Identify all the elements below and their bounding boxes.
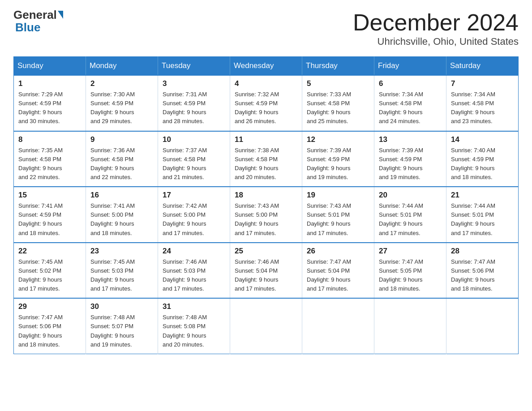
sunset-label: Sunset: 5:02 PM <box>18 267 61 274</box>
daylight-label: Daylight: 9 hours <box>307 276 351 283</box>
calendar-cell: 26 Sunrise: 7:47 AM Sunset: 5:04 PM Dayl… <box>302 243 374 299</box>
sunrise-label: Sunrise: 7:42 AM <box>163 202 207 209</box>
sunrise-label: Sunrise: 7:43 AM <box>307 202 351 209</box>
daylight-label: Daylight: 9 hours <box>90 165 134 171</box>
sunset-label: Sunset: 4:59 PM <box>451 156 494 163</box>
day-info: Sunrise: 7:47 AM Sunset: 5:05 PM Dayligh… <box>379 257 442 294</box>
calendar-cell: 23 Sunrise: 7:45 AM Sunset: 5:03 PM Dayl… <box>86 243 158 299</box>
weekday-header-thursday: Thursday <box>302 57 374 76</box>
sunrise-label: Sunrise: 7:46 AM <box>163 258 207 265</box>
day-info: Sunrise: 7:42 AM Sunset: 5:00 PM Dayligh… <box>163 201 225 238</box>
day-number: 22 <box>18 247 81 256</box>
daylight-minutes: and 22 minutes. <box>18 174 60 180</box>
sunset-label: Sunset: 5:00 PM <box>235 211 278 218</box>
calendar-cell: 7 Sunrise: 7:34 AM Sunset: 4:58 PM Dayli… <box>446 75 519 131</box>
month-title: December 2024 <box>353 9 519 36</box>
sunrise-label: Sunrise: 7:45 AM <box>18 258 63 265</box>
daylight-label: Daylight: 9 hours <box>235 220 279 227</box>
day-info: Sunrise: 7:31 AM Sunset: 4:59 PM Dayligh… <box>163 90 225 126</box>
weekday-header-tuesday: Tuesday <box>158 57 230 76</box>
day-info: Sunrise: 7:47 AM Sunset: 5:06 PM Dayligh… <box>18 313 81 349</box>
daylight-minutes: and 29 minutes. <box>90 118 132 124</box>
sunset-label: Sunset: 4:59 PM <box>18 100 61 107</box>
day-number: 15 <box>18 191 81 200</box>
day-info: Sunrise: 7:35 AM Sunset: 4:58 PM Dayligh… <box>18 146 81 182</box>
calendar-week-row: 15 Sunrise: 7:41 AM Sunset: 4:59 PM Dayl… <box>14 187 519 243</box>
daylight-label: Daylight: 9 hours <box>18 332 62 339</box>
daylight-minutes: and 25 minutes. <box>307 118 348 124</box>
day-number: 23 <box>90 247 153 256</box>
calendar-week-row: 8 Sunrise: 7:35 AM Sunset: 4:58 PM Dayli… <box>14 131 519 187</box>
daylight-label: Daylight: 9 hours <box>451 109 495 116</box>
calendar-cell <box>302 298 374 354</box>
calendar-week-row: 29 Sunrise: 7:47 AM Sunset: 5:06 PM Dayl… <box>14 298 519 354</box>
day-number: 12 <box>307 135 369 144</box>
calendar-cell <box>230 298 302 354</box>
day-number: 31 <box>163 302 225 311</box>
day-number: 30 <box>90 302 153 311</box>
sunrise-label: Sunrise: 7:44 AM <box>379 202 423 209</box>
day-number: 24 <box>163 247 225 256</box>
day-number: 13 <box>379 135 442 144</box>
sunrise-label: Sunrise: 7:47 AM <box>307 258 351 265</box>
calendar-cell: 6 Sunrise: 7:34 AM Sunset: 4:58 PM Dayli… <box>374 75 446 131</box>
daylight-label: Daylight: 9 hours <box>451 276 495 283</box>
day-number: 5 <box>307 79 369 88</box>
logo-arrow-icon <box>58 11 63 19</box>
day-number: 6 <box>379 79 442 88</box>
daylight-label: Daylight: 9 hours <box>307 165 351 171</box>
day-number: 4 <box>235 79 297 88</box>
sunrise-label: Sunrise: 7:44 AM <box>451 202 495 209</box>
daylight-label: Daylight: 9 hours <box>163 220 206 227</box>
sunrise-label: Sunrise: 7:47 AM <box>379 258 423 265</box>
calendar-cell: 17 Sunrise: 7:42 AM Sunset: 5:00 PM Dayl… <box>158 187 230 243</box>
sunset-label: Sunset: 5:04 PM <box>307 267 350 274</box>
daylight-label: Daylight: 9 hours <box>90 332 134 339</box>
calendar-header-row: SundayMondayTuesdayWednesdayThursdayFrid… <box>14 57 519 76</box>
sunrise-label: Sunrise: 7:37 AM <box>163 147 207 154</box>
day-info: Sunrise: 7:43 AM Sunset: 5:01 PM Dayligh… <box>307 201 369 238</box>
daylight-minutes: and 20 minutes. <box>235 174 276 180</box>
daylight-minutes: and 23 minutes. <box>451 118 493 124</box>
page-header: General Blue December 2024 Uhrichsville,… <box>13 9 519 47</box>
sunset-label: Sunset: 5:04 PM <box>235 267 278 274</box>
sunrise-label: Sunrise: 7:45 AM <box>90 258 135 265</box>
daylight-label: Daylight: 9 hours <box>163 165 206 171</box>
day-number: 1 <box>18 79 81 88</box>
daylight-minutes: and 17 minutes. <box>307 230 348 236</box>
calendar-cell: 24 Sunrise: 7:46 AM Sunset: 5:03 PM Dayl… <box>158 243 230 299</box>
day-number: 27 <box>379 247 442 256</box>
daylight-label: Daylight: 9 hours <box>163 276 206 283</box>
calendar-cell: 14 Sunrise: 7:40 AM Sunset: 4:59 PM Dayl… <box>446 131 519 187</box>
weekday-header-monday: Monday <box>86 57 158 76</box>
daylight-label: Daylight: 9 hours <box>18 165 62 171</box>
day-number: 8 <box>18 135 81 144</box>
daylight-label: Daylight: 9 hours <box>90 220 134 227</box>
sunset-label: Sunset: 4:58 PM <box>18 156 61 163</box>
location-title: Uhrichsville, Ohio, United States <box>353 36 519 47</box>
calendar-cell: 3 Sunrise: 7:31 AM Sunset: 4:59 PM Dayli… <box>158 75 230 131</box>
sunset-label: Sunset: 4:58 PM <box>235 156 278 163</box>
calendar-week-row: 22 Sunrise: 7:45 AM Sunset: 5:02 PM Dayl… <box>14 243 519 299</box>
day-info: Sunrise: 7:32 AM Sunset: 4:59 PM Dayligh… <box>235 90 297 126</box>
sunrise-label: Sunrise: 7:30 AM <box>90 91 135 98</box>
calendar-cell: 28 Sunrise: 7:47 AM Sunset: 5:06 PM Dayl… <box>446 243 519 299</box>
calendar-cell: 19 Sunrise: 7:43 AM Sunset: 5:01 PM Dayl… <box>302 187 374 243</box>
sunset-label: Sunset: 5:06 PM <box>451 267 494 274</box>
daylight-minutes: and 26 minutes. <box>235 118 276 124</box>
daylight-minutes: and 19 minutes. <box>90 341 132 348</box>
daylight-minutes: and 28 minutes. <box>163 118 204 124</box>
daylight-minutes: and 17 minutes. <box>235 230 276 236</box>
day-info: Sunrise: 7:44 AM Sunset: 5:01 PM Dayligh… <box>379 201 442 238</box>
daylight-minutes: and 20 minutes. <box>163 341 204 348</box>
daylight-minutes: and 17 minutes. <box>18 285 60 292</box>
sunrise-label: Sunrise: 7:38 AM <box>235 147 279 154</box>
sunset-label: Sunset: 4:58 PM <box>451 100 494 107</box>
day-info: Sunrise: 7:33 AM Sunset: 4:58 PM Dayligh… <box>307 90 369 126</box>
day-info: Sunrise: 7:40 AM Sunset: 4:59 PM Dayligh… <box>451 146 514 182</box>
sunrise-label: Sunrise: 7:31 AM <box>163 91 207 98</box>
day-number: 20 <box>379 191 442 200</box>
calendar-cell: 29 Sunrise: 7:47 AM Sunset: 5:06 PM Dayl… <box>14 298 86 354</box>
day-info: Sunrise: 7:47 AM Sunset: 5:04 PM Dayligh… <box>307 257 369 294</box>
day-info: Sunrise: 7:47 AM Sunset: 5:06 PM Dayligh… <box>451 257 514 294</box>
